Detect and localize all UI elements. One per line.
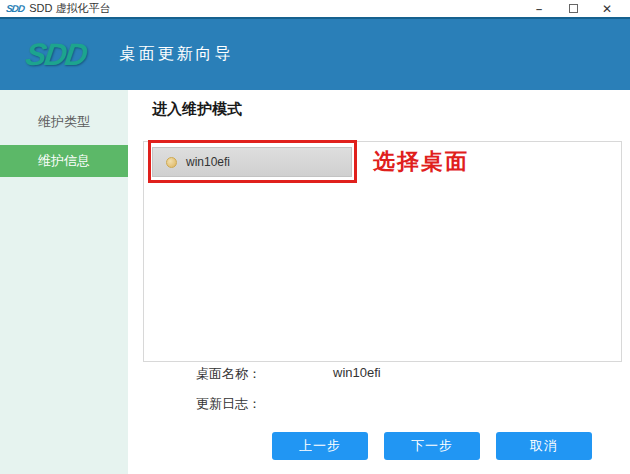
annotation-label: 选择桌面: [373, 147, 469, 177]
app-logo-icon: SDD: [5, 3, 24, 14]
update-log-label: 更新日志：: [196, 395, 333, 413]
sdd-logo-icon: SDD: [23, 37, 88, 73]
wizard-steps-sidebar: 维护类型 维护信息: [0, 90, 128, 474]
maximize-button[interactable]: [556, 1, 590, 17]
desktop-name-value: win10efi: [333, 365, 381, 383]
minimize-button[interactable]: –: [522, 1, 556, 17]
desktop-item-label: win10efi: [186, 155, 230, 169]
update-log-row: 更新日志：: [196, 395, 333, 413]
sidebar-item-maintenance-type[interactable]: 维护类型: [0, 106, 128, 138]
desktop-name-row: 桌面名称： win10efi: [196, 365, 381, 383]
page-title: 进入维护模式: [152, 100, 242, 119]
desktop-icon: [166, 157, 177, 168]
main-panel: 进入维护模式 win10efi 选择桌面 桌面名称： win10efi 更新日志…: [128, 90, 630, 474]
sidebar-item-maintenance-info[interactable]: 维护信息: [0, 145, 128, 177]
cancel-button[interactable]: 取消: [496, 432, 592, 460]
desktop-name-label: 桌面名称：: [196, 365, 333, 383]
minimize-icon: –: [536, 6, 542, 12]
previous-step-button[interactable]: 上一步: [272, 432, 368, 460]
close-icon: ✕: [602, 2, 612, 16]
close-button[interactable]: ✕: [590, 1, 624, 17]
next-step-button[interactable]: 下一步: [384, 432, 480, 460]
wizard-title: 桌面更新向导: [119, 44, 233, 65]
maximize-icon: [569, 4, 578, 13]
app-window: SDD SDD 虚拟化平台 – ✕ SDD 桌面更新向导 维护类型 维护信息 进…: [0, 0, 630, 474]
titlebar: SDD SDD 虚拟化平台 – ✕: [0, 0, 630, 17]
wizard-header: SDD 桌面更新向导: [0, 19, 630, 90]
window-title: SDD 虚拟化平台: [29, 1, 110, 16]
desktop-list-item-win10efi[interactable]: win10efi: [152, 147, 352, 177]
